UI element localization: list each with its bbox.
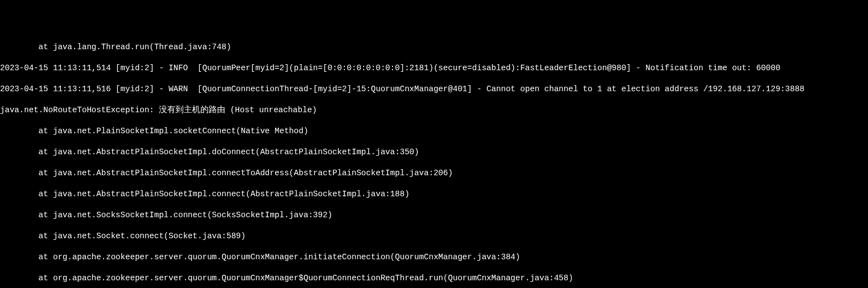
log-line: at java.net.AbstractPlainSocketImpl.conn… bbox=[0, 168, 868, 179]
log-line: at java.net.SocksSocketImpl.connect(Sock… bbox=[0, 210, 868, 221]
log-line: at java.lang.Thread.run(Thread.java:748) bbox=[0, 42, 868, 53]
log-line: at java.net.AbstractPlainSocketImpl.conn… bbox=[0, 189, 868, 200]
log-line: at org.apache.zookeeper.server.quorum.Qu… bbox=[0, 273, 868, 284]
log-line: at java.net.AbstractPlainSocketImpl.doCo… bbox=[0, 147, 868, 158]
terminal-log-output: at java.lang.Thread.run(Thread.java:748)… bbox=[0, 32, 868, 288]
log-line: at java.net.Socket.connect(Socket.java:5… bbox=[0, 231, 868, 242]
log-line: 2023-04-15 11:13:11,514 [myid:2] - INFO … bbox=[0, 63, 868, 74]
log-line: at java.net.PlainSocketImpl.socketConnec… bbox=[0, 126, 868, 137]
log-line: java.net.NoRouteToHostException: 没有到主机的路… bbox=[0, 105, 868, 116]
log-line: 2023-04-15 11:13:11,516 [myid:2] - WARN … bbox=[0, 84, 868, 95]
log-line: at org.apache.zookeeper.server.quorum.Qu… bbox=[0, 252, 868, 263]
